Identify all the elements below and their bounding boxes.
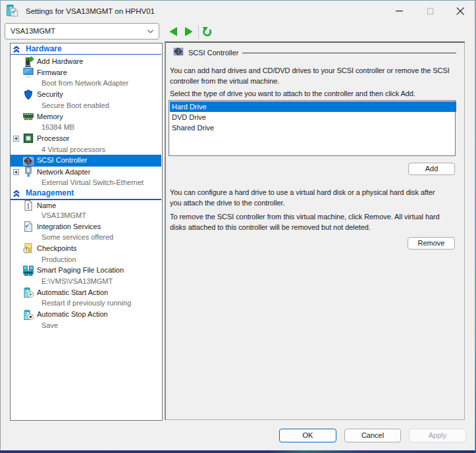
svg-text:I: I bbox=[27, 202, 30, 210]
